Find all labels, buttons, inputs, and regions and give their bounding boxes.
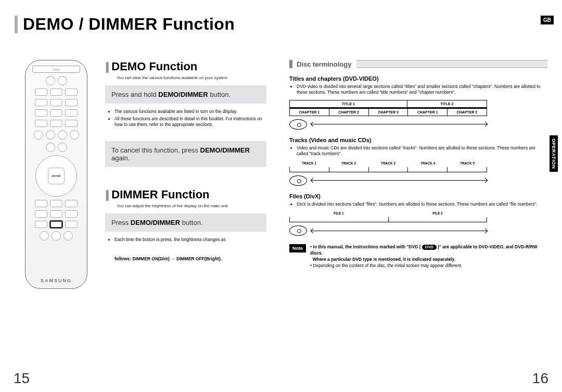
disc-icon <box>289 119 307 130</box>
dimmer-heading-text: DIMMER Function <box>111 188 209 201</box>
demo-subtext: You can view the various functions avail… <box>117 75 266 80</box>
note-tag: Note <box>289 244 306 252</box>
list-item: Video and music CDs are divided into sec… <box>297 145 547 157</box>
dimmer-section-heading: || DIMMER Function <box>105 188 266 201</box>
list-item: DivX is divided into sections called "fi… <box>297 201 547 207</box>
demo-bullets: The various functions available are list… <box>114 109 266 128</box>
list-item: The various functions available are list… <box>114 109 266 115</box>
demo-cancel-bar: To cancel this function, press DEMO/DIMM… <box>105 141 266 167</box>
list-item: DVD-video is divided into several large … <box>297 84 547 96</box>
terminology-column: Disc terminology Titles and chapters (DV… <box>274 60 547 289</box>
tracks-subheading: Tracks (Video and music CDs) <box>289 137 547 143</box>
dimmer-bullets: Each time the button is press, the brigh… <box>114 237 266 243</box>
demo-heading-text: DEMO Function <box>111 60 197 73</box>
page-title-text: DEMO / DIMMER Function <box>23 15 235 34</box>
content-columns: DVD ENTER SAMSUNG || DEMO Function <box>15 60 547 289</box>
titles-bullets: DVD-video is divided into several large … <box>297 84 547 96</box>
title-accent-bar <box>15 16 18 33</box>
remote-nav-pad: ENTER <box>35 155 77 197</box>
demo-section-heading: || DEMO Function <box>105 60 266 73</box>
remote-brand: SAMSUNG <box>41 278 72 283</box>
instruction-column: || DEMO Function You can view the variou… <box>105 60 266 289</box>
list-item: All these functions are described in det… <box>114 116 266 128</box>
files-subheading: Files (DivX) <box>289 193 547 199</box>
remote-control-illustration: DVD ENTER SAMSUNG <box>25 60 87 289</box>
files-diagram: FILE 1 FILE 2 <box>289 211 487 236</box>
titles-subheading: Titles and chapters (DVD-VIDEO) <box>289 75 547 82</box>
page-title: DEMO / DIMMER Function <box>15 15 547 34</box>
dvd-pill-icon: DVD <box>422 245 437 250</box>
note-block: Note • In this manual, the instructions … <box>289 244 547 269</box>
titles-diagram: TITLE 1 TITLE 2 CHAPTER 1 CHAPTER 2 CHAP… <box>289 100 487 130</box>
dimmer-subtext: You can adjust the brightness of the dis… <box>117 204 266 208</box>
remote-demo-dimmer-button <box>50 221 62 228</box>
disc-terminology-text: Disc terminology <box>297 60 351 68</box>
remote-column: DVD ENTER SAMSUNG <box>15 60 98 289</box>
manual-page: DEMO / DIMMER Function GB OPERATION DVD … <box>0 0 562 392</box>
disc-icon <box>289 225 307 236</box>
language-badge: GB <box>541 16 554 24</box>
disc-terminology-heading: Disc terminology <box>289 60 547 68</box>
list-item: Each time the button is press, the brigh… <box>114 237 266 243</box>
page-number-left: 15 <box>14 370 30 387</box>
files-bullets: DivX is divided into sections called "fi… <box>297 201 547 207</box>
remote-display: DVD <box>32 66 80 73</box>
tracks-bullets: Video and music CDs are divided into sec… <box>297 145 547 157</box>
dimmer-step-bar: Press DEMO/DIMMER button. <box>105 213 266 232</box>
dimmer-sequence: follows: DIMMER ON(Dim) → DIMMER OFF(Bri… <box>114 256 266 261</box>
demo-step-bar: Press and hold DEMO/DIMMER button. <box>105 85 266 104</box>
disc-icon <box>289 175 307 186</box>
tracks-diagram: TRACK 1 TRACK 2 TRACK 3 TRACK 4 TRACK 5 <box>289 161 487 186</box>
section-tab-operation: OPERATION <box>550 135 558 172</box>
note-body: • In this manual, the instructions marke… <box>310 244 547 269</box>
page-number-right: 16 <box>532 370 548 387</box>
